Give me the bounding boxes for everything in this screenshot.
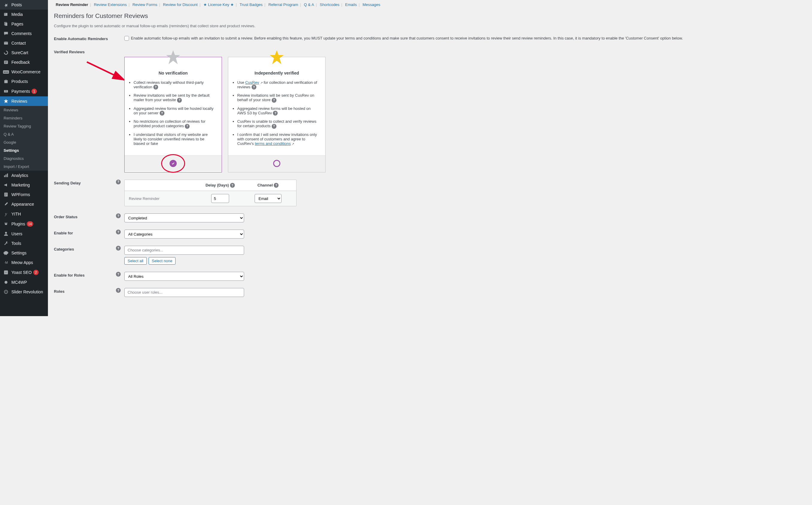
verification-card-cusrev[interactable]: Independently verified Use CusRev ↗ for … [228,57,325,172]
sidebar-item-surecart[interactable]: SureCart [0,48,48,57]
sidebar-item-reviews[interactable]: Reviews [0,97,48,106]
select-none-button[interactable]: Select none [149,257,176,265]
help-icon[interactable]: ? [116,180,121,184]
help-icon[interactable]: ? [153,85,158,90]
sidebar-item-appearance[interactable]: Appearance [0,199,48,209]
tab-review-reminder[interactable]: Review Reminder [54,2,90,7]
order-status-select[interactable]: Completed [124,213,244,222]
submenu-tagging[interactable]: Review Tagging [0,122,48,130]
svg-rect-0 [4,13,7,16]
submenu-google[interactable]: Google [0,138,48,146]
tab-license-key[interactable]: ★ License Key ★ [201,2,236,7]
help-icon[interactable]: ? [116,229,121,234]
roles-input[interactable]: Choose user roles... [124,288,244,297]
delay-row-label: Review Reminder [129,196,196,201]
sidebar-item-comments[interactable]: Comments [0,29,48,38]
submenu-settings[interactable]: Settings [0,146,48,154]
terms-link[interactable]: terms and conditions [255,141,291,146]
sidebar-item-marketing[interactable]: Marketing [0,180,48,190]
sidebar-label: Slider Revolution [11,290,43,294]
submenu-diagnostics[interactable]: Diagnostics [0,154,48,163]
help-icon[interactable]: ? [273,111,278,116]
help-icon[interactable]: ? [160,111,164,116]
tab-messages[interactable]: Messages [361,2,382,7]
tab-review-extensions[interactable]: Review Extensions [92,2,129,7]
sidebar-item-tools[interactable]: Tools [0,238,48,248]
help-icon[interactable]: ? [185,124,189,129]
card-bullet: Collect reviews locally without third-pa… [134,80,216,90]
tab-qa[interactable]: Q & A [302,2,316,7]
sidebar-item-mc4wp[interactable]: MC4WP [0,278,48,287]
reviews-submenu: Reviews Reminders Review Tagging Q & A G… [0,106,48,171]
sidebar-item-woocommerce[interactable]: woo WooCommerce [0,67,48,76]
card-title: No verification [125,57,222,80]
star-icon [3,99,9,104]
sidebar-item-pages[interactable]: Pages [0,19,48,29]
main-content: Review Reminder| Review Extensions| Revi… [48,0,812,316]
submenu-import-export[interactable]: Import / Export [0,163,48,171]
roles-label: Roles [54,288,114,294]
sidebar-item-wpforms[interactable]: WPForms [0,190,48,199]
svg-rect-7 [4,80,7,83]
radio-unselected[interactable] [273,160,280,167]
help-icon[interactable]: ? [272,124,276,129]
tab-review-forms[interactable]: Review Forms [131,2,159,7]
sidebar-item-analytics[interactable]: Analytics [0,171,48,180]
enable-automatic-label: Enable Automatic Reminders [54,35,124,41]
sidebar-item-yoast[interactable]: Y Yoast SEO 2 [0,267,48,278]
enable-for-roles-select[interactable]: All Roles [124,272,244,281]
tab-review-discount[interactable]: Review for Discount [161,2,199,7]
sidebar-item-slider[interactable]: Slider Revolution [0,287,48,297]
sidebar-item-yith[interactable]: y YITH [0,209,48,219]
sidebar-label: Appearance [11,202,34,206]
help-icon[interactable]: ? [116,272,121,277]
sidebar-item-feedback[interactable]: Feedback [0,57,48,67]
categories-input[interactable]: Choose categories... [124,246,244,255]
card-bullet: Aggregated review forms will be hosted l… [134,106,216,116]
enable-for-select[interactable]: All Categories [124,229,244,238]
help-icon[interactable]: ? [116,288,121,293]
tab-trust-badges[interactable]: Trust Badges [238,2,264,7]
settings-tabs: Review Reminder| Review Extensions| Revi… [54,2,806,7]
submenu-reviews[interactable]: Reviews [0,106,48,114]
enable-automatic-checkbox[interactable] [124,36,129,41]
sidebar-item-posts[interactable]: Posts [0,0,48,10]
submenu-reminders[interactable]: Reminders [0,114,48,122]
tab-referral[interactable]: Referral Program [267,2,300,7]
submenu-qa[interactable]: Q & A [0,130,48,138]
cusrev-link[interactable]: CusRev [245,80,259,85]
help-icon[interactable]: ? [116,246,121,250]
select-all-button[interactable]: Select all [124,257,147,265]
sidebar-label: Meow Apps [11,260,33,265]
channel-select[interactable]: Email [255,194,282,203]
sidebar-label: Comments [11,31,32,36]
sidebar-item-settings[interactable]: Settings [0,248,48,258]
svg-line-20 [87,62,124,80]
sidebar-item-users[interactable]: Users [0,229,48,238]
sidebar-item-meow[interactable]: ·M Meow Apps [0,258,48,267]
sidebar-label: Media [11,12,23,17]
tab-shortcodes[interactable]: Shortcodes [318,2,342,7]
sidebar-item-payments[interactable]: $ Payments 1 [0,86,48,97]
sidebar-label: Reviews [11,99,27,104]
delay-days-input[interactable] [211,194,229,203]
gear-icon [3,250,9,256]
help-icon[interactable]: ? [272,98,276,103]
annotation-oval-radio [161,154,185,173]
tab-emails[interactable]: Emails [343,2,359,7]
help-icon[interactable]: ? [116,213,121,218]
sidebar-item-plugins[interactable]: Plugins 14 [0,219,48,229]
help-icon[interactable]: ? [274,183,279,188]
svg-rect-11 [5,175,6,177]
help-icon[interactable]: ? [230,183,235,188]
help-icon[interactable]: ? [177,98,182,103]
sidebar-item-media[interactable]: Media [0,10,48,19]
sidebar-item-contact[interactable]: Contact [0,38,48,48]
svg-rect-10 [4,175,5,177]
verification-card-none[interactable]: No verification Collect reviews locally … [124,57,222,172]
enable-for-roles-label: Enable for Roles [54,272,114,278]
annotation-arrow [85,60,130,85]
help-icon[interactable]: ? [252,85,256,90]
sidebar-item-products[interactable]: Products [0,76,48,86]
plugins-badge: 14 [27,221,33,226]
